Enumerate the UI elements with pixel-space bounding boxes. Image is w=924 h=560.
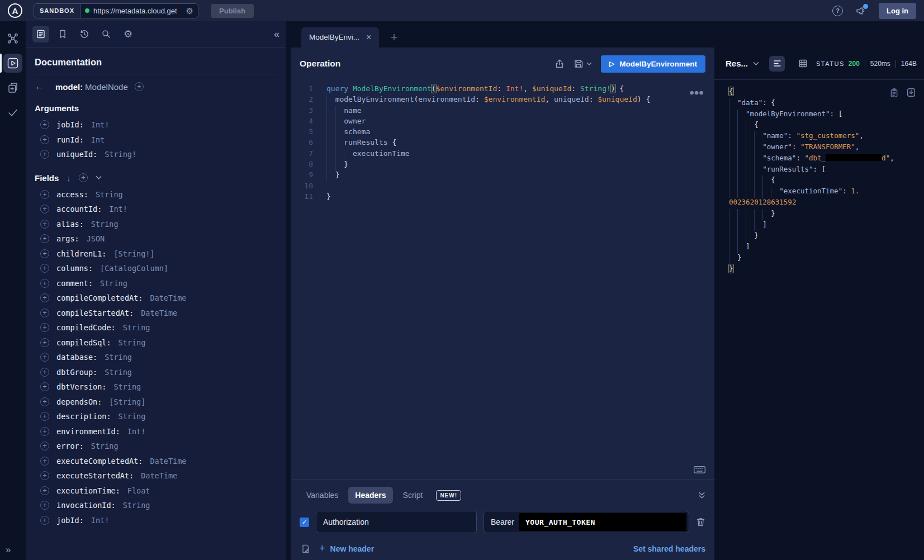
field-row[interactable]: +childrenL1:[String!]	[35, 246, 277, 262]
field-type[interactable]: String	[105, 368, 132, 377]
field-type[interactable]: String	[91, 442, 119, 450]
field-type[interactable]: DateTime	[141, 471, 177, 480]
argument-row[interactable]: +runId:Int	[35, 132, 277, 148]
operation-tab[interactable]: ModelByEnvi... ×	[301, 27, 379, 48]
response-table-view-icon[interactable]	[795, 56, 811, 72]
add-to-query-icon[interactable]: +	[40, 190, 49, 199]
field-row[interactable]: +compiledSql:String	[35, 335, 277, 350]
history-tab-icon[interactable]	[76, 26, 93, 42]
field-row[interactable]: +access:String	[35, 187, 277, 202]
add-to-query-icon[interactable]: +	[40, 516, 49, 525]
help-icon[interactable]: ?	[832, 6, 843, 16]
field-row[interactable]: +executeCompletedAt:DateTime	[35, 454, 277, 469]
field-type[interactable]: String	[96, 190, 123, 199]
run-operation-button[interactable]: ▷ ModelByEnvironment	[601, 55, 705, 73]
field-row[interactable]: +database:String	[35, 350, 277, 365]
field-type[interactable]: String	[100, 279, 127, 288]
collapse-docs-panel-icon[interactable]: «	[274, 29, 279, 40]
field-row[interactable]: +jobId:Int!	[35, 513, 277, 528]
field-row[interactable]: +environmentId:Int!	[35, 424, 277, 439]
add-to-query-icon[interactable]: +	[40, 397, 49, 406]
field-type[interactable]: Int	[91, 135, 105, 144]
field-type[interactable]: String	[123, 501, 150, 510]
field-row[interactable]: +compileCompletedAt:DateTime	[35, 291, 277, 306]
settings-tab-icon[interactable]: ⚙	[120, 26, 136, 42]
field-row[interactable]: +executionTime:Float	[35, 483, 277, 499]
announcements-icon[interactable]	[855, 6, 866, 16]
graphql-editor[interactable]: ●●● 1query ModelByEnvironment($environme…	[291, 80, 714, 479]
field-type[interactable]: Int!	[91, 120, 110, 129]
add-to-query-icon[interactable]: +	[40, 323, 49, 332]
field-row[interactable]: +compiledCode:String	[35, 320, 277, 335]
add-to-query-icon[interactable]: +	[40, 234, 49, 243]
field-type[interactable]: [String]	[109, 397, 145, 406]
field-type[interactable]: [String!]	[113, 249, 154, 258]
documentation-tab-icon[interactable]	[32, 26, 49, 42]
field-type[interactable]: Int!	[127, 427, 146, 436]
add-to-query-icon[interactable]: +	[40, 205, 49, 213]
add-to-query-icon[interactable]: +	[40, 120, 49, 129]
field-row[interactable]: +invocationId:String	[35, 498, 277, 513]
response-raw-view-icon[interactable]	[769, 56, 785, 72]
add-to-query-icon[interactable]: +	[40, 135, 49, 144]
field-row[interactable]: +error:String	[35, 439, 277, 454]
collapse-request-panel-icon[interactable]	[698, 492, 705, 499]
add-to-query-icon[interactable]: +	[40, 353, 49, 362]
save-operation-control[interactable]	[574, 59, 592, 69]
endpoint-settings-icon[interactable]: ⚙	[186, 7, 193, 15]
field-type[interactable]: String	[119, 338, 146, 347]
tab-headers[interactable]: Headers	[348, 487, 392, 504]
add-to-query-icon[interactable]: +	[40, 382, 49, 391]
share-operation-icon[interactable]	[555, 59, 565, 69]
back-arrow-icon[interactable]: ←	[35, 81, 44, 92]
field-type[interactable]: Int!	[91, 516, 110, 525]
response-body[interactable]: {"data": {"modelByEnvironment": [{"name"…	[714, 80, 924, 560]
login-button[interactable]: Log in	[879, 3, 916, 19]
expand-rail-icon[interactable]: »	[6, 544, 11, 556]
search-tab-icon[interactable]	[98, 26, 115, 42]
tab-script[interactable]: Script	[396, 487, 430, 504]
field-type[interactable]: Int!	[109, 205, 127, 213]
field-type[interactable]: String	[113, 382, 141, 391]
argument-row[interactable]: +uniqueId:String!	[35, 147, 277, 162]
field-type[interactable]: String	[123, 323, 150, 332]
add-to-query-icon[interactable]: +	[40, 264, 49, 273]
keyboard-shortcuts-icon[interactable]	[694, 466, 705, 473]
header-enabled-checkbox[interactable]: ✓	[300, 518, 309, 527]
add-to-query-icon[interactable]: +	[40, 486, 49, 495]
field-row[interactable]: +accountId:Int!	[35, 202, 277, 217]
nav-schema-graph-icon[interactable]	[3, 29, 22, 48]
delete-header-icon[interactable]	[696, 517, 705, 527]
download-response-icon[interactable]	[907, 88, 916, 98]
endpoint-url-input[interactable]: https://metadata.cloud.get ⚙	[80, 4, 198, 18]
add-to-query-icon[interactable]: +	[40, 368, 49, 377]
field-row[interactable]: +comment:String	[35, 276, 277, 291]
field-type[interactable]: String	[119, 412, 146, 421]
add-to-query-icon[interactable]: +	[40, 501, 49, 510]
add-to-query-icon[interactable]: +	[40, 338, 49, 347]
add-to-query-icon[interactable]: +	[40, 427, 49, 436]
header-value-input[interactable]: Bearer YOUR_AUTH_TOKEN	[484, 511, 689, 533]
add-to-query-icon[interactable]: +	[40, 412, 49, 421]
field-row[interactable]: +dependsOn:[String]	[35, 395, 277, 410]
field-type[interactable]: String	[105, 353, 132, 362]
field-type[interactable]: String!	[105, 150, 136, 159]
argument-row[interactable]: +jobId:Int!	[35, 117, 277, 132]
tab-variables[interactable]: Variables	[300, 487, 345, 504]
copy-response-icon[interactable]	[890, 88, 898, 98]
field-type[interactable]: String	[91, 220, 119, 229]
add-to-query-icon[interactable]: +	[40, 293, 49, 302]
field-row[interactable]: +executeStartedAt:DateTime	[35, 468, 277, 483]
field-row[interactable]: +alias:String	[35, 217, 277, 232]
new-header-button[interactable]: + New header	[319, 543, 374, 554]
response-title-dropdown[interactable]: Res...	[726, 59, 759, 68]
publish-button[interactable]: Publish	[211, 4, 254, 18]
field-type[interactable]: DateTime	[150, 293, 186, 302]
fields-options-chevron-icon[interactable]	[96, 175, 102, 180]
field-row[interactable]: +columns:[CatalogColumn]	[35, 261, 277, 276]
field-type[interactable]: JSON	[87, 234, 105, 243]
add-field-icon[interactable]: +	[135, 82, 144, 91]
add-to-query-icon[interactable]: +	[40, 279, 49, 288]
field-row[interactable]: +description:String	[35, 409, 277, 424]
field-row[interactable]: +compileStartedAt:DateTime	[35, 306, 277, 321]
